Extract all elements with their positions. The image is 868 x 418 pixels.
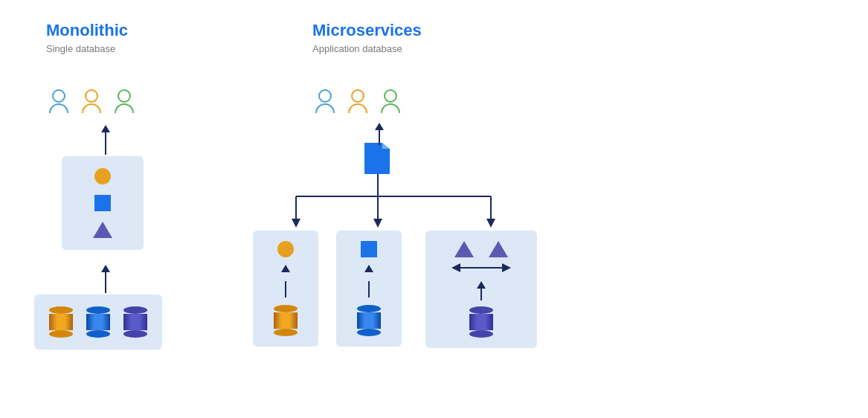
ms-service-3 — [425, 231, 537, 348]
mono-circle — [94, 168, 111, 184]
ms-triangles-row — [454, 241, 508, 257]
mono-user-green — [115, 89, 134, 113]
ms-user-blue — [315, 89, 335, 113]
microservices-title: Microservices Application database — [312, 21, 422, 54]
ms-db-3 — [469, 306, 493, 338]
svg-marker-5 — [373, 219, 382, 228]
svg-marker-9 — [451, 263, 460, 272]
svg-marker-3 — [292, 219, 300, 228]
mono-triangle — [93, 222, 112, 238]
ms-user-green — [381, 89, 400, 113]
ms-service-2 — [336, 231, 402, 347]
ms-db-1 — [274, 305, 298, 336]
monolithic-title: Monolithic Single database — [46, 21, 128, 54]
ms-doc-icon — [364, 143, 390, 177]
diagram-container: Monolithic Single database — [0, 0, 868, 418]
svg-marker-10 — [502, 263, 511, 272]
ms-service-1 — [253, 231, 318, 347]
ms-users-row — [315, 89, 400, 113]
svg-marker-7 — [486, 219, 495, 228]
ms-tri-1 — [454, 241, 474, 257]
ms-circle — [277, 241, 294, 257]
ms-bidirect-arrow — [451, 260, 511, 275]
mono-user-yellow — [82, 89, 101, 113]
mono-app-box — [62, 156, 144, 250]
ms-arrow-users-doc — [375, 123, 384, 145]
ms-user-yellow — [348, 89, 367, 113]
ms-service3-arrow — [477, 281, 486, 300]
mono-user-blue — [49, 89, 68, 113]
mono-arrow-2 — [101, 265, 110, 293]
mono-square — [94, 195, 111, 211]
mono-arrow-1 — [101, 125, 110, 155]
ms-tri-2 — [489, 241, 508, 257]
db-orange — [49, 306, 73, 338]
ms-square — [361, 241, 377, 257]
db-purple — [123, 306, 147, 338]
mono-users-row — [49, 89, 134, 113]
ms-db-2 — [357, 305, 381, 336]
db-blue — [86, 306, 110, 338]
mono-db-box — [34, 295, 162, 350]
